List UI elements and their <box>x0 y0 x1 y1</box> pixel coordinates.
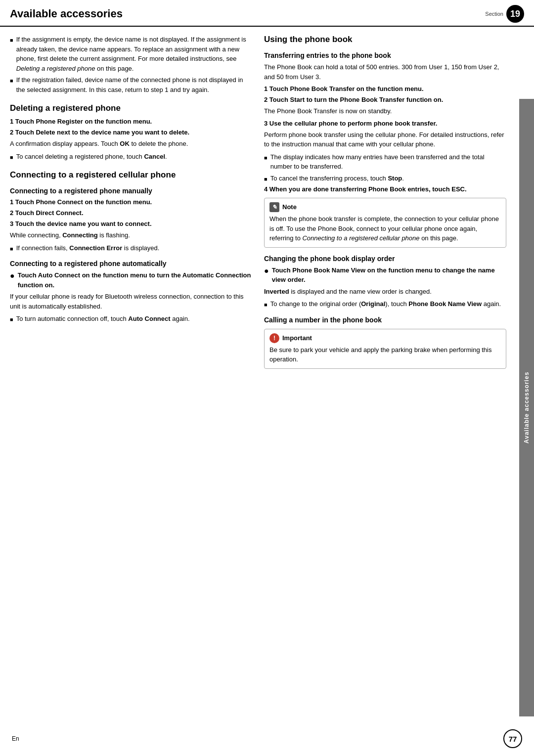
list-item: ■ To change to the original order (Origi… <box>264 299 506 309</box>
step-2-delete-text: Touch Delete next to the device name you… <box>15 129 189 136</box>
note-header: ✎ Note <box>269 202 501 212</box>
transfer-cancel-bullet: To cancel the transferring process, touc… <box>270 174 404 183</box>
connecting-auto-title: Connecting to a registered phone automat… <box>10 260 252 267</box>
transfer-display-bullet: The display indicates how many entries h… <box>270 152 506 172</box>
important-box: ! Important Be sure to park your vehicle… <box>264 329 506 369</box>
deleting-section-title: Deleting a registered phone <box>10 103 252 113</box>
connecting-section-title: Connecting to a registered cellular phon… <box>10 170 252 180</box>
step-3-connect-text: Touch the device name you want to connec… <box>15 220 152 227</box>
intro-bullet-2: If the registration failed, device name … <box>16 75 252 94</box>
footer-page-number: 77 <box>503 729 522 748</box>
step-4-transfer-text: When you are done transferring Phone Boo… <box>269 185 467 193</box>
list-item: ■ To cancel the transferring process, to… <box>264 174 506 183</box>
note-box: ✎ Note When the phone book transfer is c… <box>264 198 506 248</box>
page-footer: En 77 <box>0 729 534 748</box>
list-item: ■ If the assignment is empty, the device… <box>10 35 252 73</box>
step-2-transfer: 2 Touch Start to turn the Phone Book Tra… <box>264 95 506 103</box>
footer-language: En <box>12 735 19 742</box>
intro-bullets: ■ If the assignment is empty, the device… <box>10 35 252 94</box>
bullet-icon: ■ <box>10 36 13 44</box>
original-order-bullet: To change to the original order (Origina… <box>270 299 501 309</box>
list-item: ● Touch Auto Connect on the function men… <box>10 270 252 290</box>
important-icon: ! <box>269 333 279 343</box>
step-3-transfer-text: Use the cellular phone to perform phone … <box>269 120 438 127</box>
step-1-transfer: 1 Touch Phone Book Transfer on the funct… <box>264 85 506 92</box>
transferring-subtitle: Transferring entries to the phone book <box>264 51 506 59</box>
step-1-connect-text: Touch Phone Connect on the function menu… <box>15 198 152 206</box>
important-label: Important <box>282 333 312 343</box>
step-1-connect: 1 Touch Phone Connect on the function me… <box>10 198 252 206</box>
connection-error-bullet: If connection fails, Connection Error is… <box>16 243 160 253</box>
note-text: When the phone book transfer is complete… <box>269 215 499 242</box>
list-item: ■ To cancel deleting a registered phone,… <box>10 152 252 162</box>
name-view-sub: Inverted is displayed and the name view … <box>264 287 506 297</box>
bullet-icon: ■ <box>10 315 13 324</box>
right-column: Using the phone book Transferring entrie… <box>264 35 506 369</box>
page-header: Available accessories Section 19 <box>0 0 534 27</box>
auto-connect-bullet: Touch Auto Connect on the function menu … <box>18 270 252 290</box>
step-2-delete-sub: A confirmation display appears. Touch OK… <box>10 139 252 149</box>
note-label: Note <box>282 202 297 212</box>
intro-bullet-1: If the assignment is empty, the device n… <box>16 35 252 73</box>
bullet-icon: ■ <box>264 175 267 183</box>
section-badge: Section 19 <box>485 5 524 23</box>
step-3-transfer: 3 Use the cellular phone to perform phon… <box>264 119 506 127</box>
page-title: Available accessories <box>10 7 123 20</box>
step-2-delete: 2 Touch Delete next to the device name y… <box>10 128 252 136</box>
list-item: ■ If connection fails, Connection Error … <box>10 243 252 253</box>
step-1-delete-text: Touch Phone Register on the function men… <box>15 118 152 125</box>
display-order-subtitle: Changing the phone book display order <box>264 255 506 263</box>
circle-bullet-icon: ● <box>264 265 269 277</box>
bullet-icon: ■ <box>264 154 267 162</box>
step-3-connect: 3 Touch the device name you want to conn… <box>10 220 252 227</box>
step-2-transfer-sub: The Phone Book Transfer is now on standb… <box>264 106 506 116</box>
list-item: ■ The display indicates how many entries… <box>264 152 506 172</box>
left-column: ■ If the assignment is empty, the device… <box>10 35 252 369</box>
step-2-transfer-text: Touch Start to turn the Phone Book Trans… <box>269 96 443 103</box>
auto-connect-off-bullet: To turn automatic connection off, touch … <box>16 314 190 324</box>
important-header: ! Important <box>269 333 501 343</box>
name-view-bullet: Touch Phone Book Name View on the functi… <box>272 266 506 285</box>
circle-bullet-icon: ● <box>10 270 15 282</box>
section-label: Section <box>485 11 503 17</box>
step-2-connect-text: Touch Direct Connect. <box>15 209 84 217</box>
step-3-transfer-sub: Perform phone book transfer using the ce… <box>264 130 506 149</box>
auto-connect-sub: If your cellular phone is ready for Blue… <box>10 292 252 311</box>
bullet-icon: ■ <box>264 301 267 309</box>
important-text: Be sure to park your vehicle and apply t… <box>269 346 491 363</box>
step-2-connect: 2 Touch Direct Connect. <box>10 209 252 217</box>
main-content: ■ If the assignment is empty, the device… <box>0 35 534 369</box>
sidebar-label: Available accessories <box>519 99 534 716</box>
phone-book-section-title: Using the phone book <box>264 35 506 44</box>
delete-cancel-bullet: To cancel deleting a registered phone, t… <box>16 152 167 162</box>
step-4-transfer: 4 When you are done transferring Phone B… <box>264 185 506 193</box>
list-item: ● Touch Phone Book Name View on the func… <box>264 266 506 285</box>
transferring-intro: The Phone Book can hold a total of 500 e… <box>264 62 506 82</box>
calling-subtitle: Calling a number in the phone book <box>264 316 506 324</box>
list-item: ■ If the registration failed, device nam… <box>10 75 252 94</box>
section-number: 19 <box>506 5 524 23</box>
connecting-manually-title: Connecting to a registered phone manuall… <box>10 187 252 195</box>
step-1-transfer-text: Touch Phone Book Transfer on the functio… <box>269 85 424 92</box>
bullet-icon: ■ <box>10 245 13 253</box>
list-item: ■ To turn automatic connection off, touc… <box>10 314 252 324</box>
note-icon: ✎ <box>269 202 279 212</box>
bullet-icon: ■ <box>10 77 13 85</box>
step-3-connect-sub: While connecting, Connecting is flashing… <box>10 230 252 240</box>
step-1-delete: 1 Touch Phone Register on the function m… <box>10 117 252 125</box>
bullet-icon: ■ <box>10 153 13 162</box>
